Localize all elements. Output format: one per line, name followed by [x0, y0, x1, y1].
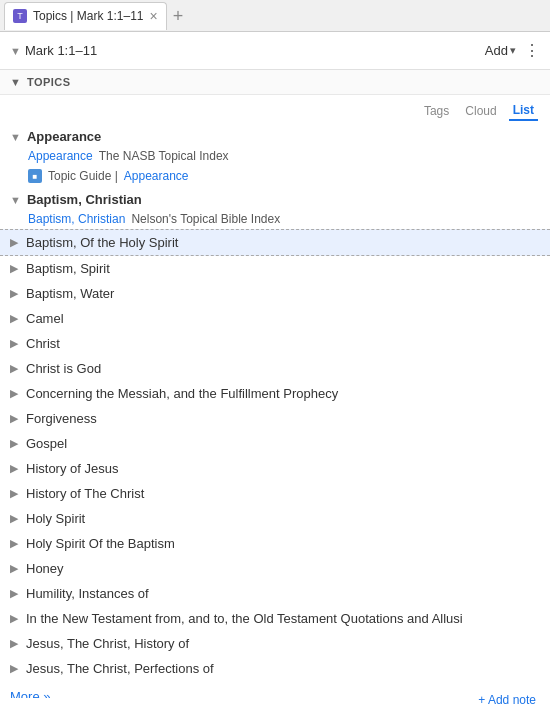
add-note-button[interactable]: + Add note	[478, 693, 536, 707]
topic-chevron-icon: ▶	[10, 562, 18, 575]
new-tab-button[interactable]: +	[167, 7, 190, 25]
tab-icon: T	[13, 9, 27, 23]
topic-chevron-icon: ▶	[10, 287, 18, 300]
topic-list-item[interactable]: ▶Baptism, Spirit	[0, 256, 550, 281]
add-button[interactable]: Add ▾	[485, 43, 516, 58]
topic-item-label: Baptism, Spirit	[26, 261, 110, 276]
appearance-nasb-item: Appearance The NASB Topical Index	[0, 146, 550, 166]
tab-bar: T Topics | Mark 1:1–11 × +	[0, 0, 550, 32]
toolbar-chevron-icon: ▼	[10, 45, 21, 57]
baptism-christian-nelson-item: Baptism, Christian Nelson's Topical Bibl…	[0, 209, 550, 229]
topic-item-label: Christ	[26, 336, 60, 351]
appearance-guide-item: ■ Topic Guide | Appearance	[0, 166, 550, 186]
topic-list-item[interactable]: ▶Honey	[0, 556, 550, 581]
kebab-menu-button[interactable]: ⋮	[524, 41, 540, 60]
topic-list-item[interactable]: ▶Jesus, The Christ, History of	[0, 631, 550, 656]
guide-icon: ■	[28, 169, 42, 183]
tags-view-button[interactable]: Tags	[420, 102, 453, 120]
topic-chevron-icon: ▶	[10, 537, 18, 550]
topic-list: ▶Baptism, Of the Holy Spirit▶Baptism, Sp…	[0, 229, 550, 681]
topic-list-item[interactable]: ▶Forgiveness	[0, 406, 550, 431]
topic-item-label: Christ is God	[26, 361, 101, 376]
topic-list-item[interactable]: ▶History of Jesus	[0, 456, 550, 481]
toolbar-left: ▼ Mark 1:1–11	[10, 43, 97, 58]
topic-chevron-icon: ▶	[10, 612, 18, 625]
topic-item-label: Honey	[26, 561, 64, 576]
appearance-triangle-icon: ▼	[10, 131, 21, 143]
topic-list-item[interactable]: ▶Christ is God	[0, 356, 550, 381]
topic-list-item[interactable]: ▶History of The Christ	[0, 481, 550, 506]
topic-chevron-icon: ▶	[10, 337, 18, 350]
topic-chevron-icon: ▶	[10, 262, 18, 275]
add-label: Add	[485, 43, 508, 58]
topic-list-item[interactable]: ▶Jesus, The Christ, Perfections of	[0, 656, 550, 681]
topic-list-item[interactable]: ▶Concerning the Messiah, and the Fulfill…	[0, 381, 550, 406]
topic-chevron-icon: ▶	[10, 412, 18, 425]
topic-item-label: Baptism, Of the Holy Spirit	[26, 235, 178, 250]
topic-chevron-icon: ▶	[10, 387, 18, 400]
topic-item-label: Gospel	[26, 436, 67, 451]
guide-prefix: Topic Guide |	[48, 169, 118, 183]
topic-chevron-icon: ▶	[10, 362, 18, 375]
topic-chevron-icon: ▶	[10, 637, 18, 650]
topic-list-item[interactable]: ▶In the New Testament from, and to, the …	[0, 606, 550, 631]
more-link[interactable]: More »	[0, 681, 550, 698]
topic-list-item[interactable]: ▶Holy Spirit Of the Baptism	[0, 531, 550, 556]
baptism-christian-nelson-text: Nelson's Topical Bible Index	[131, 212, 280, 226]
cloud-view-button[interactable]: Cloud	[461, 102, 500, 120]
topic-chevron-icon: ▶	[10, 512, 18, 525]
main-tab[interactable]: T Topics | Mark 1:1–11 ×	[4, 2, 167, 30]
topic-chevron-icon: ▶	[10, 437, 18, 450]
section-header: ▼ TOPICS	[0, 70, 550, 95]
topic-chevron-icon: ▶	[10, 236, 18, 249]
view-controls: Tags Cloud List	[0, 95, 550, 123]
topic-item-label: History of Jesus	[26, 461, 118, 476]
topic-item-label: Jesus, The Christ, History of	[26, 636, 189, 651]
toolbar-right: Add ▾ ⋮	[485, 41, 540, 60]
topic-item-label: Baptism, Water	[26, 286, 114, 301]
topic-chevron-icon: ▶	[10, 487, 18, 500]
topic-item-label: Humility, Instances of	[26, 586, 149, 601]
tab-close-button[interactable]: ×	[150, 9, 158, 23]
topic-chevron-icon: ▶	[10, 312, 18, 325]
topic-list-item[interactable]: ▶Christ	[0, 331, 550, 356]
section-title: TOPICS	[27, 76, 71, 88]
topic-item-label: History of The Christ	[26, 486, 144, 501]
baptism-christian-group-header[interactable]: ▼ Baptism, Christian	[0, 186, 550, 209]
topic-list-item[interactable]: ▶Holy Spirit	[0, 506, 550, 531]
appearance-group-label: Appearance	[27, 129, 101, 144]
passage-reference: Mark 1:1–11	[25, 43, 97, 58]
tab-label: Topics | Mark 1:1–11	[33, 9, 144, 23]
topic-list-item[interactable]: ▶Gospel	[0, 431, 550, 456]
topic-item-label: Forgiveness	[26, 411, 97, 426]
topic-list-item[interactable]: ▶Baptism, Water	[0, 281, 550, 306]
topic-list-item[interactable]: ▶Camel	[0, 306, 550, 331]
main-content: ▼ Appearance Appearance The NASB Topical…	[0, 123, 550, 698]
appearance-nasb-text: The NASB Topical Index	[99, 149, 229, 163]
topic-list-item[interactable]: ▶Humility, Instances of	[0, 581, 550, 606]
topic-chevron-icon: ▶	[10, 662, 18, 675]
topics-area: ▼ Appearance Appearance The NASB Topical…	[0, 123, 550, 698]
list-view-button[interactable]: List	[509, 101, 538, 121]
topic-list-item[interactable]: ▶Baptism, Of the Holy Spirit	[0, 229, 550, 256]
appearance-group-header[interactable]: ▼ Appearance	[0, 123, 550, 146]
add-chevron-icon: ▾	[510, 44, 516, 57]
baptism-christian-group-label: Baptism, Christian	[27, 192, 142, 207]
baptism-christian-nelson-link[interactable]: Baptism, Christian	[28, 212, 125, 226]
topic-item-label: Holy Spirit	[26, 511, 85, 526]
topic-item-label: Jesus, The Christ, Perfections of	[26, 661, 214, 676]
topic-item-label: Holy Spirit Of the Baptism	[26, 536, 175, 551]
topic-chevron-icon: ▶	[10, 462, 18, 475]
section-triangle-icon[interactable]: ▼	[10, 76, 21, 88]
appearance-guide-link[interactable]: Appearance	[124, 169, 189, 183]
topic-item-label: Concerning the Messiah, and the Fulfillm…	[26, 386, 338, 401]
baptism-christian-triangle-icon: ▼	[10, 194, 21, 206]
toolbar: ▼ Mark 1:1–11 Add ▾ ⋮	[0, 32, 550, 70]
appearance-nasb-link[interactable]: Appearance	[28, 149, 93, 163]
topic-item-label: In the New Testament from, and to, the O…	[26, 611, 463, 626]
topic-item-label: Camel	[26, 311, 64, 326]
topic-chevron-icon: ▶	[10, 587, 18, 600]
